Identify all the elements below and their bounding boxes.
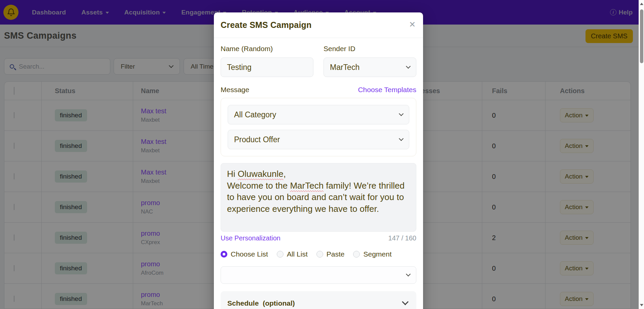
chevron-down-icon (399, 111, 404, 116)
radio-icon (353, 251, 360, 258)
sender-id-select[interactable]: MarTech (324, 57, 416, 77)
name-label: Name (Random) (221, 45, 313, 53)
list-select[interactable] (221, 266, 416, 284)
chevron-down-icon (406, 272, 411, 276)
chevron-down-icon (399, 136, 404, 141)
app-root: Dashboard Assets Acquisition Engagement … (0, 0, 644, 309)
radio-selected-icon (221, 251, 227, 258)
schedule-optional-label: (optional) (263, 299, 295, 307)
template-picker-box: All Category Product Offer (221, 98, 416, 156)
radio-choose-list[interactable]: Choose List (221, 250, 268, 258)
category-select[interactable]: All Category (228, 105, 409, 124)
template-select[interactable]: Product Offer (228, 130, 409, 149)
misspelled-word: Oluwakunle (238, 169, 283, 179)
radio-segment[interactable]: Segment (353, 250, 391, 258)
recipient-source-radios: Choose List All List Paste Segment (221, 250, 416, 258)
scrollbar-thumb[interactable] (640, 9, 643, 63)
scroll-up-arrow[interactable] (640, 3, 643, 5)
scroll-down-arrow[interactable] (640, 304, 643, 306)
modal-title: Create SMS Campaign (221, 20, 312, 30)
modal-body: Name (Random) Sender ID MarTech Message … (214, 38, 423, 309)
choose-templates-link[interactable]: Choose Templates (358, 86, 416, 94)
schedule-accordion[interactable]: Schedule (optional) (221, 291, 416, 309)
close-icon[interactable]: ✕ (409, 21, 416, 29)
use-personalization-link[interactable]: Use Personalization (221, 234, 280, 242)
char-counter: 147 / 160 (388, 234, 416, 242)
create-sms-modal: Create SMS Campaign ✕ Name (Random) Send… (214, 12, 423, 309)
radio-icon (277, 251, 283, 258)
message-label: Message (221, 86, 249, 94)
radio-paste[interactable]: Paste (316, 250, 345, 258)
scrollbar[interactable] (639, 0, 644, 309)
radio-icon (316, 251, 323, 258)
misspelled-word: MarTech (290, 181, 324, 191)
chevron-down-icon (402, 299, 409, 305)
chevron-down-icon (406, 64, 411, 69)
modal-header: Create SMS Campaign ✕ (214, 12, 423, 38)
message-textarea[interactable]: Hi Oluwakunle, Welcome to the MarTech fa… (221, 163, 416, 232)
campaign-name-input[interactable] (221, 57, 313, 77)
sender-id-label: Sender ID (324, 45, 416, 53)
schedule-label: Schedule (227, 299, 259, 307)
radio-all-list[interactable]: All List (277, 250, 308, 258)
